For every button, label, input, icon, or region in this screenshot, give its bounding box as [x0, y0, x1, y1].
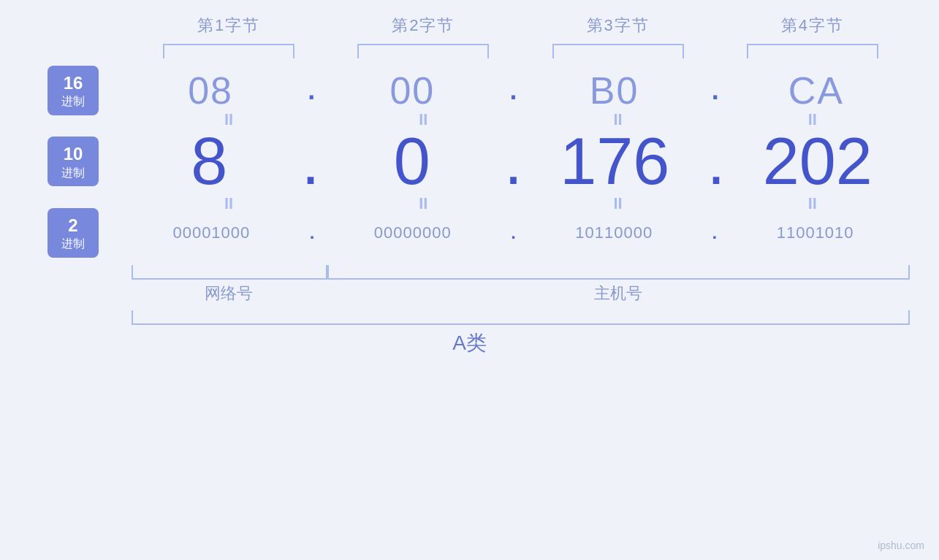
dec-dot-2: .	[504, 124, 522, 199]
hex-content: 08 . 00 . B0 . CA	[117, 69, 910, 112]
byte4-header: 第4字节	[715, 15, 910, 37]
network-label: 网络号	[132, 283, 326, 304]
equals-row-2: II II II II	[132, 199, 910, 208]
dec-content: 8 . 0 . 176 . 202	[117, 124, 910, 199]
bin-row: 2 进制 00001000 . 00000000 . 10110000 . 11…	[29, 208, 910, 258]
bin-dot-2: .	[507, 223, 520, 243]
bin-content: 00001000 . 00000000 . 10110000 . 1100101…	[117, 223, 910, 243]
dec-val-3: 176	[522, 124, 707, 199]
bin-val-4: 11001010	[721, 223, 910, 242]
header-row: 第1字节 第2字节 第3字节 第4字节	[132, 15, 910, 37]
bin-val-2: 00000000	[318, 223, 507, 242]
hex-val-1: 08	[117, 69, 304, 112]
equals-row-1: II II II II	[132, 115, 910, 124]
dec-row: 10 进制 8 . 0 . 176 . 202	[29, 124, 910, 199]
network-bracket	[132, 265, 327, 280]
dec-label-cell: 10 进制	[29, 137, 117, 186]
hex-dot-3: .	[708, 75, 723, 106]
bracket-cell-3	[521, 44, 715, 58]
bracket-top-4	[747, 44, 878, 58]
bracket-cell-4	[715, 44, 910, 58]
dec-unit: 进制	[58, 166, 88, 181]
bracket-cell-1	[132, 44, 326, 58]
dec-val-4: 202	[726, 124, 910, 199]
class-bracket	[132, 310, 910, 325]
dec-dot-3: .	[707, 124, 725, 199]
bracket-cell-2	[326, 44, 520, 58]
bin-val-1: 00001000	[117, 223, 306, 242]
hex-badge: 16 进制	[47, 66, 99, 115]
dec-dot-1: .	[301, 124, 319, 199]
top-bracket-row	[132, 44, 910, 58]
hex-dot-1: .	[304, 75, 319, 106]
bin-dot-3: .	[709, 223, 721, 243]
hex-num: 16	[58, 72, 88, 94]
bin-val-3: 10110000	[520, 223, 709, 242]
bin-label-cell: 2 进制	[29, 208, 117, 258]
dec-badge: 10 进制	[47, 137, 99, 186]
byte3-header: 第3字节	[521, 15, 715, 37]
hex-val-3: B0	[521, 69, 708, 112]
dec-val-2: 0	[320, 124, 504, 199]
hex-val-4: CA	[723, 69, 910, 112]
bracket-top-1	[163, 44, 294, 58]
network-host-labels: 网络号 主机号	[132, 283, 910, 304]
hex-row: 16 进制 08 . 00 . B0 . CA	[29, 66, 910, 115]
hex-unit: 进制	[58, 94, 88, 110]
watermark: ipshu.com	[878, 540, 924, 551]
hex-dot-2: .	[506, 75, 520, 106]
bin-unit: 进制	[58, 237, 88, 252]
hex-val-2: 00	[319, 69, 506, 112]
main-container: 第1字节 第2字节 第3字节 第4字节 16 进制 08	[0, 0, 939, 560]
bottom-brackets	[132, 265, 910, 280]
dec-val-1: 8	[117, 124, 301, 199]
class-label: A类	[29, 329, 910, 357]
bracket-top-2	[357, 44, 489, 58]
byte1-header: 第1字节	[132, 15, 326, 37]
hex-label-cell: 16 进制	[29, 66, 117, 115]
host-bracket	[327, 265, 910, 280]
host-label: 主机号	[326, 283, 910, 304]
dec-num: 10	[58, 142, 88, 165]
bin-num: 2	[58, 214, 88, 237]
bracket-top-3	[552, 44, 684, 58]
byte2-header: 第2字节	[326, 15, 520, 37]
bin-dot-1: .	[306, 223, 319, 243]
bin-badge: 2 进制	[47, 208, 99, 258]
